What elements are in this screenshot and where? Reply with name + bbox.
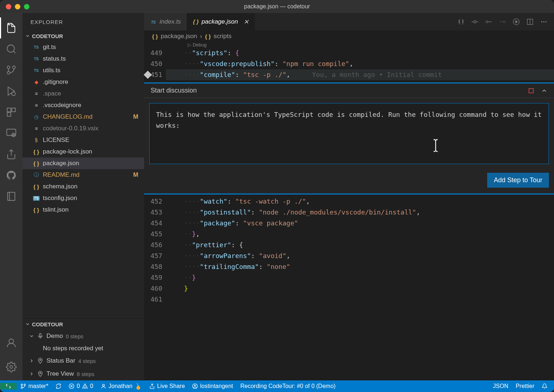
split-editor-icon[interactable]	[526, 18, 534, 25]
files-icon	[6, 23, 17, 33]
status-account[interactable]: lostintangent	[188, 383, 237, 389]
status-lang[interactable]: JSON	[489, 383, 512, 389]
map-icon	[37, 358, 44, 364]
titlebar: package.json — codetour	[0, 0, 554, 13]
explorer-panel-header[interactable]: CODETOUR	[23, 30, 144, 41]
activity-github[interactable]	[0, 165, 23, 186]
mic-icon	[37, 333, 44, 339]
svg-rect-15	[8, 192, 15, 201]
warning-icon	[82, 383, 88, 389]
collapse-icon[interactable]	[541, 87, 547, 94]
bell-icon	[542, 383, 547, 389]
status-liveshare[interactable]: Live Share	[146, 383, 189, 389]
window-minimize[interactable]	[15, 4, 20, 9]
editor-area: TSindex.ts{ }package.json✕ { } package.j…	[144, 13, 554, 380]
file-icon: { }	[193, 18, 199, 25]
chevron-down-icon	[24, 33, 31, 38]
svg-rect-19	[40, 334, 41, 337]
tab-package.json[interactable]: { }package.json✕	[187, 13, 255, 30]
file-row-schema.json[interactable]: { }schema.json	[23, 181, 144, 192]
more-icon[interactable]	[540, 18, 547, 25]
file-row-utils.ts[interactable]: TSutils.ts	[23, 65, 144, 76]
svg-marker-30	[516, 21, 517, 23]
file-row-git.ts[interactable]: TSgit.ts	[23, 41, 144, 53]
file-row-codetour-0.0.19.vsix[interactable]: ≡codetour-0.0.19.vsix	[23, 123, 144, 134]
branch-icon	[6, 65, 17, 75]
activity-settings[interactable]	[0, 356, 23, 377]
file-row-.space[interactable]: ≡.space	[23, 88, 144, 99]
add-step-button[interactable]: Add Step to Tour	[487, 173, 549, 188]
activity-debug[interactable]	[0, 81, 23, 102]
search-icon	[6, 44, 17, 54]
status-user[interactable]: Jonathan 🏅	[97, 383, 146, 390]
activity-extensions[interactable]	[0, 102, 23, 123]
svg-rect-7	[7, 108, 11, 112]
activity-notebook[interactable]	[0, 186, 23, 207]
person-icon	[101, 383, 106, 389]
svg-point-25	[486, 21, 488, 23]
discussion-title: Start discussion	[151, 87, 197, 94]
file-row-.gitignore[interactable]: ◆.gitignore	[23, 76, 144, 88]
status-formatter[interactable]: Prettier	[512, 383, 538, 389]
tour-row-Demo[interactable]: Demo 0 steps	[23, 330, 144, 343]
file-row-.vscodeignore[interactable]: ≡.vscodeignore	[23, 99, 144, 111]
svg-point-22	[474, 21, 476, 23]
close-icon[interactable]: ✕	[244, 18, 249, 26]
file-row-package-lock.json[interactable]: { }package-lock.json	[23, 146, 144, 158]
tour-row-Status Bar[interactable]: Status Bar 4 steps	[23, 354, 144, 367]
tab-index.ts[interactable]: TSindex.ts	[144, 13, 187, 30]
file-row-tslint.json[interactable]: { }tslint.json	[23, 204, 144, 216]
file-row-status.ts[interactable]: TSstatus.ts	[23, 53, 144, 65]
svg-point-0	[7, 45, 15, 52]
activity-remote[interactable]	[0, 123, 23, 144]
activity-scm[interactable]	[0, 60, 23, 81]
activity-search[interactable]	[0, 38, 23, 60]
activity-explorer[interactable]	[0, 17, 23, 38]
compare-icon[interactable]	[457, 18, 465, 25]
remote-window-icon	[5, 383, 12, 389]
activity-account[interactable]	[0, 332, 23, 354]
branch-icon	[20, 383, 26, 389]
codetour-panel-header[interactable]: CODETOUR	[23, 319, 144, 330]
status-recording[interactable]: Recording CodeTour: #0 of 0 (Demo)	[237, 383, 339, 389]
code-editor-top[interactable]: 449450451 ··"scripts": {····"vscode:prep…	[144, 48, 554, 80]
file-row-tsconfig.json[interactable]: TStsconfig.json	[23, 192, 144, 204]
status-problems[interactable]: 0 0	[65, 383, 97, 389]
modified-badge: M	[133, 113, 138, 121]
svg-point-33	[541, 21, 542, 22]
file-row-README.md[interactable]: ⓘREADME.mdM	[23, 169, 144, 181]
discussion-textarea[interactable]: This is how the application's TypeScript…	[149, 103, 549, 164]
file-row-package.json[interactable]: { }package.json	[23, 158, 144, 169]
debug-codelens[interactable]: ▷ Debug	[144, 42, 554, 48]
code-editor-bottom[interactable]: 452453454455456457458459460461 ····"watc…	[144, 196, 554, 305]
svg-point-3	[7, 72, 10, 74]
prev-icon[interactable]	[485, 18, 492, 25]
status-branch[interactable]: master*	[17, 383, 52, 389]
gear-icon	[6, 362, 17, 372]
window-close[interactable]	[6, 4, 11, 9]
github-icon	[192, 383, 198, 389]
run-icon[interactable]	[513, 18, 520, 25]
file-row-LICENSE[interactable]: §LICENSE	[23, 134, 144, 146]
editor-tabs: TSindex.ts{ }package.json✕	[144, 13, 554, 30]
file-icon: ◆	[33, 79, 40, 85]
commit-node-icon[interactable]	[471, 18, 478, 25]
next-icon[interactable]	[499, 18, 506, 25]
git-blame: You, a month ago • Initial commit	[312, 69, 442, 80]
status-sync[interactable]	[52, 383, 65, 389]
tour-row-Tree View[interactable]: Tree View 8 steps	[23, 367, 144, 380]
status-remote[interactable]	[0, 383, 17, 389]
stop-icon[interactable]	[528, 87, 534, 94]
svg-point-44	[85, 387, 85, 388]
svg-point-4	[13, 66, 16, 69]
remote-icon	[6, 128, 17, 139]
breadcrumb[interactable]: { } package.json › { } scripts	[144, 30, 554, 42]
file-row-CHANGELOG.md[interactable]: ◷CHANGELOG.mdM	[23, 111, 144, 123]
file-icon: TS	[33, 68, 40, 73]
window-maximize[interactable]	[24, 4, 29, 9]
status-bell[interactable]	[538, 383, 551, 389]
modified-badge: M	[133, 171, 138, 179]
svg-point-6	[12, 92, 15, 96]
activity-liveshare[interactable]	[0, 144, 23, 165]
svg-point-37	[21, 384, 23, 385]
